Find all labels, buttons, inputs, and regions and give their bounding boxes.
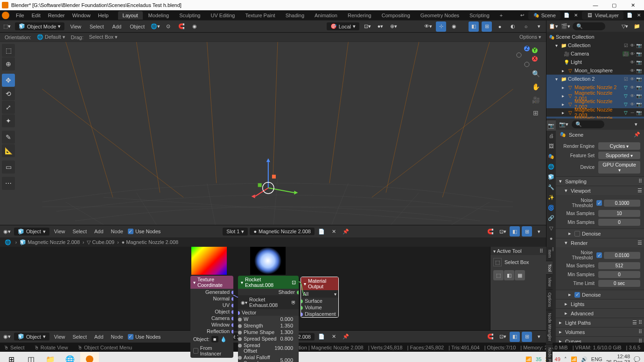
ptab-modifiers[interactable]: 🔧: [546, 182, 556, 192]
active-tool-header[interactable]: ▾ Active Tool ⠿: [490, 247, 546, 255]
tab-rendering[interactable]: Rendering: [343, 11, 376, 20]
outliner-tree[interactable]: 🎭Scene Collection ▾📁Collection☑👁📷 🎥Camer…: [546, 32, 644, 118]
ptab-output[interactable]: 🖨: [546, 131, 556, 141]
blender-icon[interactable]: [2, 12, 9, 19]
sh2-type[interactable]: 🧊 Object ▾: [14, 333, 49, 341]
vp-noise-check[interactable]: ✓: [596, 200, 602, 206]
props-opts-icon[interactable]: ▾: [631, 119, 641, 129]
explorer-button[interactable]: 📁: [41, 352, 60, 362]
scene-new-icon[interactable]: 📄: [563, 12, 570, 19]
shader-editor-type-icon[interactable]: ◉▾: [2, 226, 12, 237]
panel-lights[interactable]: ▸Lights: [556, 299, 644, 308]
nav-gizmo[interactable]: Y X Z: [515, 45, 539, 68]
vp-min-val[interactable]: 0: [598, 219, 640, 226]
shading-wire-icon[interactable]: ⊞: [482, 21, 492, 32]
viewlayer-selector[interactable]: 🖼ViewLayer: [582, 11, 623, 20]
material-selector[interactable]: ● Magnetic Nozzle 2.008: [250, 228, 315, 235]
tab-compositing[interactable]: Compositing: [377, 11, 415, 20]
tool-annotate[interactable]: ✎: [2, 131, 15, 144]
shading-render-icon[interactable]: ○: [521, 21, 531, 32]
tray-notif-icon[interactable]: 💬: [634, 356, 640, 362]
sh-add[interactable]: Add: [91, 228, 106, 235]
ptab-scene[interactable]: 🎭: [546, 151, 556, 161]
blender-taskbar-button[interactable]: [80, 352, 99, 362]
outliner-filter-icon[interactable]: ▽▾: [620, 21, 630, 31]
node-texture-coordinate[interactable]: ▾ Texture Coordinate Generated Normal UV…: [190, 276, 233, 358]
sel-mode-2[interactable]: ◧: [504, 270, 514, 280]
outliner-type-icon[interactable]: 📋▾: [548, 21, 559, 31]
vp-select[interactable]: Select: [87, 23, 107, 30]
node-material-output[interactable]: ▾ Material Output All▾ Surface Volume Di…: [301, 277, 339, 318]
props-search[interactable]: 🔍: [572, 120, 604, 128]
menu-help[interactable]: Help: [94, 13, 112, 18]
vtab-item[interactable]: Item: [546, 247, 553, 261]
tool-more[interactable]: ⋯: [2, 177, 15, 190]
tray-lang[interactable]: ENG: [591, 356, 602, 362]
device[interactable]: GPU Compute ▾: [598, 161, 640, 174]
vl-new-icon[interactable]: 📄: [626, 12, 633, 19]
tray-sound-icon[interactable]: 🔊: [581, 356, 588, 362]
shading-matprev-icon[interactable]: ◐: [508, 21, 518, 32]
overlay-icon[interactable]: ◉: [449, 21, 459, 32]
tab-sculpting[interactable]: Sculpting: [175, 11, 205, 20]
tray-time[interactable]: 12:48: [617, 354, 630, 359]
tray-net-icon[interactable]: 📶: [525, 356, 532, 362]
tray-up-icon[interactable]: ˄: [564, 356, 567, 362]
vl-del-icon[interactable]: ✕: [636, 12, 642, 19]
gizmo-toggle-icon[interactable]: ⊹: [436, 21, 446, 32]
snap2-icon[interactable]: ⊡▾: [362, 21, 372, 32]
sh-overlay-icon[interactable]: ⊡▾: [497, 226, 508, 237]
sel-mode-1[interactable]: ⬚: [493, 270, 504, 280]
props-type-icon[interactable]: 📷▾: [559, 119, 569, 129]
menu-file[interactable]: File: [12, 13, 28, 18]
panel-light-paths[interactable]: ▸Light Paths☰ ⠿: [556, 318, 644, 327]
scene-del-icon[interactable]: ✕: [573, 12, 579, 19]
mode-selector[interactable]: 🧊 Object Mode ▾: [15, 22, 64, 30]
scene-selector[interactable]: 🎭Scene: [528, 11, 560, 20]
task-view-button[interactable]: ◫: [21, 352, 40, 362]
pivot-icon[interactable]: ⊙: [163, 21, 174, 32]
ptab-particles[interactable]: ✨: [546, 192, 556, 202]
node-rocket-exhaust-group[interactable]: ▾ Rocket Exhaust.008 ⊡ Shader ◉▾ Rocket …: [238, 276, 299, 362]
3d-viewport[interactable]: ⬚ ⊕ ✥ ⟲ ⤢ ✦ ✎ 📐 ▭ ⋯: [0, 42, 546, 225]
vp-add[interactable]: Add: [110, 23, 125, 30]
start-button[interactable]: ⊞: [2, 352, 21, 362]
panel-r-denoise[interactable]: ▸✓Denoise: [556, 290, 644, 299]
sh-node[interactable]: Node: [108, 228, 126, 235]
tray-wifi-icon[interactable]: 📶: [571, 356, 577, 362]
shading-solid-icon[interactable]: ●: [495, 21, 505, 32]
transform-orientation-icon[interactable]: 🌐▾: [150, 21, 161, 32]
shader-type[interactable]: 🧊 Object ▾: [14, 228, 49, 236]
sh-back-wire-icon[interactable]: ◧: [510, 226, 520, 237]
vtab-options[interactable]: Options: [546, 290, 553, 310]
tool-add-cube[interactable]: ▭: [2, 160, 15, 174]
vtab-nw[interactable]: Node Wrangler: [546, 310, 553, 344]
menu-render[interactable]: Render: [44, 13, 69, 18]
pin-icon[interactable]: 📌: [634, 132, 640, 138]
sh-view[interactable]: View: [51, 228, 68, 235]
mat-new-icon[interactable]: 📄: [316, 226, 327, 237]
vtab-view[interactable]: View: [546, 275, 553, 290]
outliner-new-coll-icon[interactable]: 📁: [632, 21, 642, 31]
tray-date[interactable]: 26-Dec-23: [606, 359, 630, 362]
panel-curves[interactable]: ▸Curves⠿: [556, 336, 644, 342]
panel-sampling[interactable]: ▾Sampling⠿: [556, 176, 644, 186]
maximize-button[interactable]: ▢: [605, 0, 623, 10]
tab-texpaint[interactable]: Texture Paint: [240, 11, 280, 20]
orient-value[interactable]: 🌐 Default ▾: [37, 34, 65, 40]
render-engine[interactable]: Cycles ▾: [598, 142, 640, 150]
vtab-tool[interactable]: Tool: [546, 261, 553, 275]
ptab-viewlayer[interactable]: 🖼: [546, 141, 556, 151]
tool-transform[interactable]: ✦: [2, 114, 15, 127]
transform-space[interactable]: 🎯 Local ▾: [327, 22, 359, 30]
feature-set[interactable]: Supported ▾: [598, 152, 640, 159]
ptab-constraints[interactable]: 🔗: [546, 213, 556, 223]
edge-button[interactable]: 🌐: [61, 352, 79, 362]
editor-type-icon[interactable]: ⬚▾: [2, 21, 12, 32]
slot-selector[interactable]: Slot 1 ▾: [223, 228, 248, 236]
menu-edit[interactable]: Edit: [28, 13, 44, 18]
back-icon[interactable]: ↩: [519, 12, 525, 19]
use-nodes-check[interactable]: ✓: [128, 229, 133, 234]
sh-expand-icon[interactable]: ▾: [534, 226, 544, 237]
r-min-val[interactable]: 0: [598, 271, 640, 278]
